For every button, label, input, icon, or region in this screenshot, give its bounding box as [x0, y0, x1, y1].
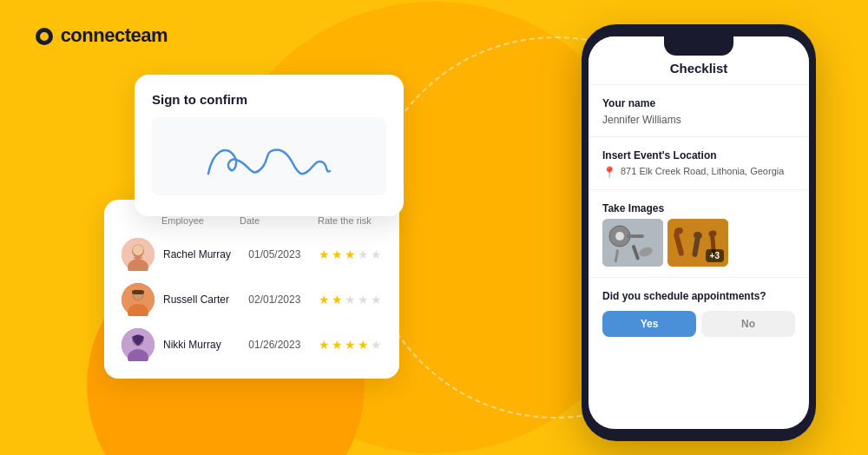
appointments-section: Did you schedule appointments? Yes No — [589, 278, 809, 346]
star: ★ — [358, 293, 369, 307]
star: ★ — [358, 338, 369, 352]
images-grid: +3 — [602, 219, 795, 267]
row-date-2: 02/01/2023 — [248, 293, 310, 306]
your-name-value: Jennifer Williams — [602, 114, 795, 126]
row-name-2: Russell Carter — [163, 293, 240, 306]
svg-point-1 — [40, 32, 49, 41]
star: ★ — [332, 293, 343, 307]
sign-area[interactable] — [152, 117, 386, 195]
phone-header-title: Checklist — [602, 61, 795, 76]
yes-no-row: Yes No — [602, 311, 795, 337]
image-thumb-2: +3 — [667, 219, 728, 267]
employee-table-card: Employee Date Rate the risk Rachel Murra… — [104, 200, 399, 379]
star: ★ — [332, 247, 343, 261]
star: ★ — [345, 338, 356, 352]
header-employee: Employee — [161, 215, 240, 226]
location-value: 871 Elk Creek Road, Lithonia, Georgia — [621, 166, 784, 176]
avatar — [122, 238, 155, 271]
star: ★ — [358, 247, 369, 261]
avatar — [122, 328, 155, 361]
table-row: Rachel Murray 01/05/2023 ★ ★ ★ ★ ★ — [122, 238, 382, 271]
phone-mockup: Checklist Your name Jennifer Williams In… — [582, 24, 816, 441]
row-stars-2: ★ ★ ★ ★ ★ — [319, 293, 382, 307]
images-label: Take Images — [602, 202, 795, 214]
phone-frame: Checklist Your name Jennifer Williams In… — [582, 24, 816, 441]
phone-content: Your name Jennifer Williams Insert Event… — [589, 85, 809, 427]
avatar-russell — [122, 283, 155, 316]
svg-point-17 — [615, 232, 624, 241]
header-rate: Rate the risk — [318, 215, 413, 226]
row-name-1: Rachel Murray — [163, 248, 240, 260]
table-row: Nikki Murray 01/26/2023 ★ ★ ★ ★ ★ — [122, 328, 382, 361]
your-name-section: Your name Jennifer Williams — [589, 85, 809, 137]
star: ★ — [319, 293, 330, 307]
svg-point-5 — [133, 245, 143, 255]
row-stars-1: ★ ★ ★ ★ ★ — [319, 247, 382, 261]
image-count-badge: +3 — [706, 249, 724, 262]
phone-notch — [664, 36, 733, 56]
images-section: Take Images — [589, 190, 809, 278]
avatar — [122, 283, 155, 316]
star: ★ — [345, 293, 356, 307]
row-stars-3: ★ ★ ★ ★ ★ — [319, 338, 382, 352]
row-date-3: 01/26/2023 — [248, 339, 310, 351]
location-pin-icon: 📍 — [602, 166, 616, 179]
star: ★ — [371, 247, 382, 261]
row-name-3: Nikki Murray — [163, 339, 240, 351]
tools-image-1 — [602, 219, 663, 267]
star: ★ — [319, 247, 330, 261]
avatar-rachel — [122, 238, 155, 271]
star: ★ — [371, 293, 382, 307]
svg-rect-10 — [132, 290, 144, 294]
sign-card-title: Sign to confirm — [152, 92, 386, 107]
yes-button[interactable]: Yes — [602, 311, 696, 337]
phone-screen: Checklist Your name Jennifer Williams In… — [589, 36, 809, 429]
logo-text: connecteam — [61, 24, 168, 46]
logo: connecteam — [35, 24, 168, 47]
sign-card: Sign to confirm — [135, 75, 404, 216]
location-label: Insert Event's Location — [602, 149, 795, 162]
signature-svg — [182, 126, 356, 187]
star: ★ — [345, 247, 356, 261]
svg-rect-18 — [627, 234, 644, 238]
star: ★ — [332, 338, 343, 352]
logo-icon — [35, 27, 54, 46]
no-button[interactable]: No — [701, 311, 795, 337]
star: ★ — [371, 338, 382, 352]
location-section: Insert Event's Location 📍 871 Elk Creek … — [589, 137, 809, 190]
star: ★ — [319, 338, 330, 352]
table-header: Employee Date Rate the risk — [122, 215, 382, 226]
table-row: Russell Carter 02/01/2023 ★ ★ ★ ★ ★ — [122, 283, 382, 316]
header-date: Date — [240, 215, 318, 226]
location-row: 📍 871 Elk Creek Road, Lithonia, Georgia — [602, 166, 795, 179]
image-thumb-1 — [602, 219, 663, 267]
avatar-nikki — [122, 328, 155, 361]
your-name-label: Your name — [602, 97, 795, 109]
appointments-label: Did you schedule appointments? — [602, 290, 795, 302]
row-date-1: 01/05/2023 — [248, 248, 310, 260]
